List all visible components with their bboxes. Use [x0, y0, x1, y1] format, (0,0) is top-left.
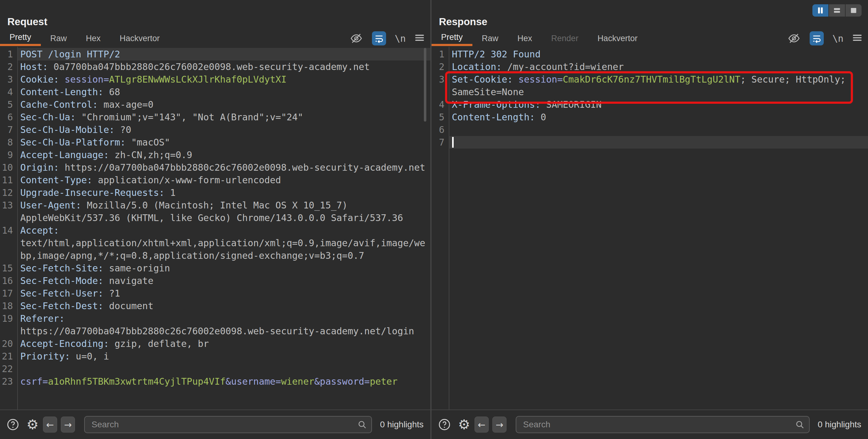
tab-pretty[interactable]: Pretty [432, 31, 472, 46]
tab-label: Render [551, 34, 579, 43]
code-token: CmakDr6cK76nz7THVTmilBgTtLgU2lNT [563, 74, 740, 85]
code-token: Sec-Fetch-Mode: [20, 275, 103, 286]
code-token: Sec-Fetch-Dest: [20, 301, 103, 311]
code-line[interactable]: 9Accept-Language: zh-CN,zh;q=0.9 [0, 149, 430, 161]
request-search-input[interactable] [84, 416, 372, 433]
code-line[interactable]: 11Content-Type: application/x-www-form-u… [0, 174, 430, 186]
help-icon[interactable] [438, 417, 451, 432]
tab-hackvertor[interactable]: Hackvertor [110, 31, 169, 46]
line-number: 19 [0, 312, 13, 325]
code-token: SAMEORIGIN [540, 99, 602, 110]
code-line[interactable]: SameSite=None [432, 86, 868, 98]
editor-menu-icon[interactable] [414, 33, 425, 44]
code-token: Sec-Ch-Ua-Platform: [20, 137, 126, 148]
code-token: ?0 [115, 124, 131, 135]
previous-match-button[interactable]: ← [43, 416, 57, 433]
request-scrollbar-thumb[interactable] [424, 48, 426, 122]
rows-layout-button[interactable] [828, 4, 845, 17]
next-match-button[interactable]: → [492, 416, 506, 433]
tab-raw[interactable]: Raw [472, 31, 508, 46]
code-line[interactable]: 4Content-Length: 68 [0, 86, 430, 98]
response-search-input[interactable] [516, 416, 810, 433]
code-line[interactable]: 8Sec-Ch-Ua-Platform: "macOS" [0, 136, 430, 149]
search-settings-gear-icon[interactable]: ⚙ [26, 417, 39, 432]
code-line[interactable]: 4X-Frame-Options: SAMEORIGIN [432, 98, 868, 111]
response-panel: Response Pretty Raw Hex Render Hackverto… [432, 0, 868, 439]
code-line[interactable]: 1POST /login HTTP/2 [0, 48, 430, 61]
search-icon [795, 420, 805, 430]
code-text: Host: 0a7700ba047bbb2880c26c76002e0098.w… [20, 61, 430, 73]
tab-hackvertor[interactable]: Hackvertor [588, 31, 647, 46]
tab-hex[interactable]: Hex [508, 31, 542, 46]
line-number: 15 [0, 262, 13, 275]
tab-hex[interactable]: Hex [76, 31, 110, 46]
code-token: Cache-Control: [20, 99, 98, 110]
line-number: 4 [0, 86, 13, 98]
code-text: AppleWebKit/537.36 (KHTML, like Gecko) C… [20, 212, 430, 224]
code-line[interactable]: 10Origin: https://0a7700ba047bbb2880c26c… [0, 161, 430, 174]
code-line[interactable]: 7 [432, 136, 868, 149]
code-line[interactable]: text/html,application/xhtml+xml,applicat… [0, 237, 430, 249]
code-line[interactable]: 23csrf=a1oRhnf5TBKm3xwtrtm4CyjlTPup4VIf&… [0, 375, 430, 388]
code-line[interactable]: 21Priority: u=0, i [0, 350, 430, 363]
show-newlines-icon[interactable]: \n [832, 33, 843, 44]
code-line[interactable]: 16Sec-Fetch-Mode: navigate [0, 275, 430, 287]
code-line[interactable]: 6 [432, 123, 868, 136]
line-number: 10 [0, 161, 13, 174]
code-token: navigate [103, 275, 154, 286]
code-line[interactable]: 2Host: 0a7700ba047bbb2880c26c76002e0098.… [0, 61, 430, 73]
code-line[interactable]: 5Cache-Control: max-age=0 [0, 98, 430, 111]
code-line[interactable]: 2Location: /my-account?id=wiener [432, 61, 868, 73]
line-number: 6 [0, 111, 13, 123]
line-number: 20 [0, 337, 13, 350]
line-number: 16 [0, 275, 13, 287]
code-line[interactable]: 7Sec-Ch-Ua-Mobile: ?0 [0, 123, 430, 136]
tab-pretty[interactable]: Pretty [0, 31, 41, 46]
code-line[interactable]: 12Upgrade-Insecure-Requests: 1 [0, 186, 430, 199]
code-line[interactable]: 13User-Agent: Mozilla/5.0 (Macintosh; In… [0, 199, 430, 212]
next-match-button[interactable]: → [61, 416, 75, 433]
code-line[interactable]: 14Accept: [0, 224, 430, 237]
code-line[interactable]: 3Cookie: session=ATLgr8ENwWWsLCkXJlrKhaf… [0, 73, 430, 86]
hide-nonprintable-eye-icon[interactable] [349, 31, 363, 45]
code-line[interactable]: 17Sec-Fetch-User: ?1 [0, 287, 430, 300]
code-line[interactable]: 3Set-Cookie: session=CmakDr6cK76nz7THVTm… [432, 73, 868, 86]
code-line[interactable]: 1HTTP/2 302 Found [432, 48, 868, 61]
request-editor[interactable]: 1POST /login HTTP/22Host: 0a7700ba047bbb… [0, 47, 430, 410]
previous-match-button[interactable]: ← [474, 416, 489, 433]
response-editor[interactable]: 1HTTP/2 302 Found2Location: /my-account?… [432, 47, 868, 410]
tab-raw[interactable]: Raw [41, 31, 76, 46]
code-token: wiener [281, 376, 314, 387]
editor-toolbar: \n [787, 31, 868, 46]
show-newlines-icon[interactable]: \n [395, 33, 406, 44]
code-text: X-Frame-Options: SAMEORIGIN [452, 98, 868, 111]
code-line[interactable]: 5Content-Length: 0 [432, 111, 868, 123]
columns-layout-button[interactable] [812, 4, 828, 17]
code-line[interactable]: bp,image/apng,*/*;q=0.8,application/sign… [0, 249, 430, 262]
code-token: 0a7700ba047bbb2880c26c76002e0098.web-sec… [48, 61, 370, 72]
tab-label: Pretty [9, 33, 31, 42]
line-number: 17 [0, 287, 13, 300]
code-text: Content-Length: 0 [452, 111, 868, 123]
code-text: Set-Cookie: session=CmakDr6cK76nz7THVTmi… [452, 73, 868, 86]
code-line[interactable]: 19Referer: [0, 312, 430, 325]
single-pane-button[interactable] [845, 4, 862, 17]
code-token: Content-Length: [20, 87, 103, 97]
editor-menu-icon[interactable] [852, 33, 863, 44]
word-wrap-icon[interactable] [372, 31, 386, 45]
help-icon[interactable] [6, 417, 20, 432]
code-line[interactable]: 20Accept-Encoding: gzip, deflate, br [0, 337, 430, 350]
code-token: Content-Type: [20, 175, 92, 185]
hide-nonprintable-eye-icon[interactable] [787, 31, 801, 45]
line-number: 1 [0, 48, 13, 61]
line-number: 12 [0, 186, 13, 199]
code-line[interactable]: 6Sec-Ch-Ua: "Chromium";v="143", "Not A(B… [0, 111, 430, 123]
code-text: Origin: https://0a7700ba047bbb2880c26c76… [20, 161, 430, 174]
word-wrap-icon[interactable] [810, 31, 824, 45]
code-line[interactable]: 22 [0, 363, 430, 375]
search-settings-gear-icon[interactable]: ⚙ [457, 417, 471, 432]
code-line[interactable]: 18Sec-Fetch-Dest: document [0, 300, 430, 312]
code-line[interactable]: https://0a7700ba047bbb2880c26c76002e0098… [0, 325, 430, 337]
code-line[interactable]: 15Sec-Fetch-Site: same-origin [0, 262, 430, 275]
code-line[interactable]: AppleWebKit/537.36 (KHTML, like Gecko) C… [0, 212, 430, 224]
